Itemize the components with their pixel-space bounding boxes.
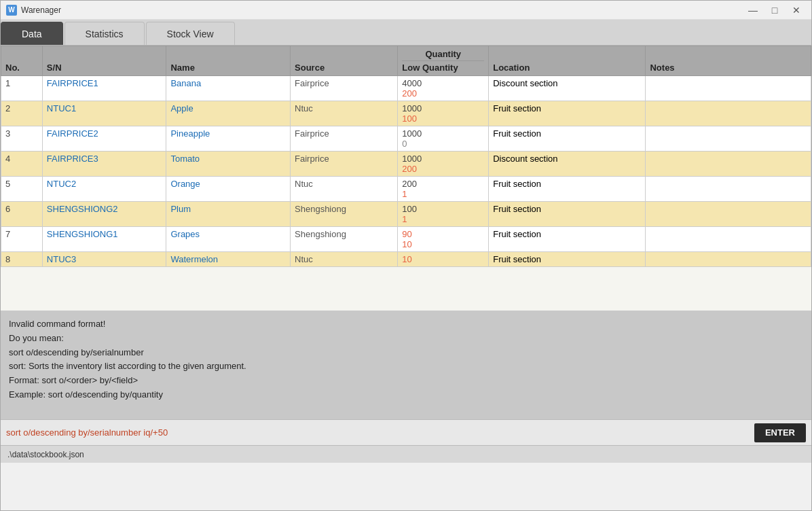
- cell-no: 7: [1, 227, 43, 252]
- cell-name: Watermelon: [166, 252, 291, 267]
- table-row: 7 SHENGSHIONG1 Grapes Shengshiong 90 10 …: [1, 227, 811, 252]
- tab-statistics[interactable]: Statistics: [64, 22, 145, 45]
- cell-location: Discount section: [489, 76, 646, 101]
- table-row: 8 NTUC3 Watermelon Ntuc 10 Fruit section: [1, 252, 811, 267]
- cell-notes: [646, 252, 811, 267]
- cell-source: Ntuc: [291, 177, 398, 202]
- th-name: Name: [166, 46, 291, 76]
- footer: .\data\stockbook.json: [1, 445, 811, 463]
- cell-no: 8: [1, 252, 43, 267]
- title-bar: W Warenager — □ ✕: [1, 1, 811, 20]
- close-button[interactable]: ✕: [787, 3, 806, 18]
- th-sn: S/N: [42, 46, 166, 76]
- cell-no: 4: [1, 152, 43, 177]
- cell-qty: 1000 0: [398, 126, 489, 152]
- cell-no: 3: [1, 126, 43, 152]
- cell-location: Fruit section: [489, 202, 646, 227]
- cell-name: Orange: [166, 177, 291, 202]
- cell-source: Ntuc: [291, 101, 398, 126]
- console-line-1: Invalid command format!: [9, 317, 803, 332]
- table-row: 3 FAIRPRICE2 Pineapple Fairprice 1000 0 …: [1, 126, 811, 152]
- table-row: 4 FAIRPRICE3 Tomato Fairprice 1000 200 D…: [1, 152, 811, 177]
- th-quantity-group: Quantity Low Quantity: [398, 46, 489, 76]
- cell-location: Fruit section: [489, 227, 646, 252]
- cell-location: Fruit section: [489, 101, 646, 126]
- cell-source: Fairprice: [291, 76, 398, 101]
- cell-name: Tomato: [166, 152, 291, 177]
- th-location: Location: [489, 46, 646, 76]
- cell-sn: FAIRPRICE2: [42, 126, 166, 152]
- app-icon: W: [6, 5, 17, 16]
- cell-notes: [646, 227, 811, 252]
- cell-no: 5: [1, 177, 43, 202]
- th-no: No.: [1, 46, 43, 76]
- cell-no: 2: [1, 101, 43, 126]
- console-line-5: Format: sort o/<order> by/<field>: [9, 374, 803, 388]
- cell-qty: 4000 200: [398, 76, 489, 101]
- cell-notes: [646, 76, 811, 101]
- cell-name: Plum: [166, 202, 291, 227]
- cell-qty: 10: [398, 252, 489, 267]
- command-input[interactable]: [6, 427, 754, 438]
- cell-sn: NTUC3: [42, 252, 166, 267]
- maximize-button[interactable]: □: [765, 3, 784, 18]
- cell-name: Grapes: [166, 227, 291, 252]
- file-path: .\data\stockbook.json: [7, 450, 84, 459]
- cell-name: Banana: [166, 76, 291, 101]
- cell-no: 1: [1, 76, 43, 101]
- cell-source: Ntuc: [291, 252, 398, 267]
- tab-bar: Data Statistics Stock View: [1, 20, 811, 46]
- table-header-row: No. S/N Name Source Quantity Low Quantit…: [1, 46, 811, 76]
- console-line-2: Do you mean:: [9, 332, 803, 346]
- cell-sn: SHENGSHIONG2: [42, 202, 166, 227]
- console-area: Invalid command format! Do you mean: sor…: [1, 311, 811, 419]
- cell-sn: FAIRPRICE3: [42, 152, 166, 177]
- table-area: No. S/N Name Source Quantity Low Quantit…: [1, 46, 811, 311]
- cell-source: Shengshiong: [291, 227, 398, 252]
- th-source: Source: [291, 46, 398, 76]
- minimize-button[interactable]: —: [743, 3, 762, 18]
- cell-qty: 90 10: [398, 227, 489, 252]
- console-line-3: sort o/descending by/serialnumber: [9, 346, 803, 360]
- enter-button[interactable]: ENTER: [754, 423, 806, 442]
- inventory-table: No. S/N Name Source Quantity Low Quantit…: [1, 46, 811, 267]
- cell-location: Fruit section: [489, 252, 646, 267]
- tab-stockview[interactable]: Stock View: [146, 22, 235, 45]
- cell-notes: [646, 126, 811, 152]
- cell-source: Fairprice: [291, 152, 398, 177]
- console-line-4: sort: Sorts the inventory list according…: [9, 359, 803, 374]
- cell-notes: [646, 202, 811, 227]
- tab-data[interactable]: Data: [1, 22, 63, 45]
- cell-sn: NTUC1: [42, 101, 166, 126]
- cell-location: Fruit section: [489, 126, 646, 152]
- cell-name: Apple: [166, 101, 291, 126]
- console-line-6: Example: sort o/descending by/quantity: [9, 388, 803, 402]
- table-body: 1 FAIRPRICE1 Banana Fairprice 4000 200 D…: [1, 76, 811, 267]
- table-row: 5 NTUC2 Orange Ntuc 200 1 Fruit section: [1, 177, 811, 202]
- cell-notes: [646, 177, 811, 202]
- th-notes: Notes: [646, 46, 811, 76]
- input-area: ENTER: [1, 419, 811, 445]
- cell-location: Fruit section: [489, 177, 646, 202]
- table-row: 1 FAIRPRICE1 Banana Fairprice 4000 200 D…: [1, 76, 811, 101]
- cell-source: Fairprice: [291, 126, 398, 152]
- cell-sn: NTUC2: [42, 177, 166, 202]
- table-row: 2 NTUC1 Apple Ntuc 1000 100 Fruit sectio…: [1, 101, 811, 126]
- cell-notes: [646, 152, 811, 177]
- cell-location: Discount section: [489, 152, 646, 177]
- table-row: 6 SHENGSHIONG2 Plum Shengshiong 100 1 Fr…: [1, 202, 811, 227]
- cell-qty: 1000 100: [398, 101, 489, 126]
- app-title: Warenager: [21, 5, 743, 15]
- cell-name: Pineapple: [166, 126, 291, 152]
- cell-qty: 1000 200: [398, 152, 489, 177]
- cell-notes: [646, 101, 811, 126]
- cell-source: Shengshiong: [291, 202, 398, 227]
- cell-no: 6: [1, 202, 43, 227]
- cell-sn: SHENGSHIONG1: [42, 227, 166, 252]
- cell-qty: 100 1: [398, 202, 489, 227]
- cell-sn: FAIRPRICE1: [42, 76, 166, 101]
- window-controls: — □ ✕: [743, 3, 806, 18]
- cell-qty: 200 1: [398, 177, 489, 202]
